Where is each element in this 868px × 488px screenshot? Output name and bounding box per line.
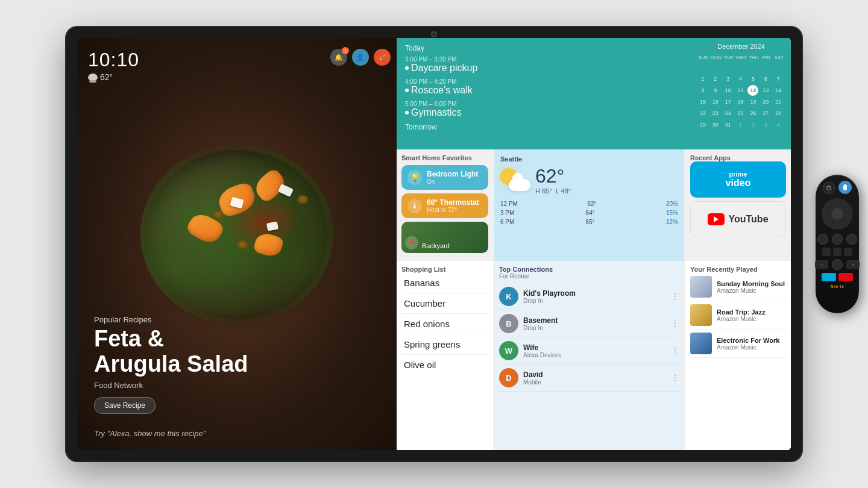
weather-display: 62° [88,72,139,82]
remote-back-row [817,234,857,245]
music-info-soul: Sunday Morning Soul Amazon Music [717,280,786,294]
prime-shortcut-button[interactable] [822,273,836,281]
weather-panel: Seattle 62° H 65° L 48° [494,149,684,261]
connection-menu-wife[interactable]: ⋮ [671,346,679,355]
recently-played-panel: Your Recently Played Sunday Morning Soul… [685,261,791,450]
home-button[interactable] [832,234,843,245]
connection-status-kids: Drop In [523,298,666,304]
mute-button[interactable] [832,259,843,270]
alexa-button[interactable] [838,181,852,194]
prime-video-tile[interactable]: prime video [690,161,786,198]
volume-down-button[interactable]: − [815,260,828,269]
bedroom-light-tile[interactable]: 💡 Bedroom Light On [401,165,488,190]
connections-panel: Top Connections For Robbie K Kid's Playr… [494,261,684,450]
event-name-3: Gymnastics [405,107,683,118]
music-info-jazz: Road Trip: Jazz Amazon Music [717,308,786,322]
media-controls-row [822,248,852,256]
cal-header-sun: SUN [697,54,709,61]
event-item-2[interactable]: 4:00 PM – 4:20 PM Roscoe's walk [405,78,683,96]
tv-camera [431,31,437,37]
shopping-item-cucumber[interactable]: Cucumber [401,293,488,314]
calendar-month-header: December 2024 [697,43,785,50]
forecast-time-2: 3 PM [500,210,514,216]
music-source-jazz: Amazon Music [717,316,786,322]
menu-button[interactable] [846,234,857,245]
thermostat-tile[interactable]: 🌡 68° Thermostat Heat to 72° [401,193,488,218]
event-item-3[interactable]: 5:00 PM – 6:00 PM Gymnastics [405,101,683,118]
profile-icon[interactable]: 👤 [352,49,369,66]
connection-status-wife: Alexa Devices [523,352,666,358]
nav-ring[interactable] [822,198,853,230]
event-name-2: Roscoe's walk [405,85,683,96]
forecast-temp-2: 64° [586,210,595,216]
back-button[interactable] [817,234,828,245]
shopping-item-red-onions[interactable]: Red onions [401,314,488,334]
recipe-background: 10:10 62° 🔔 1 👤 🎉 [77,38,397,450]
calendar-day-grid: SUN MON TUE WED THU FRI SAT [697,54,785,130]
volume-up-button[interactable]: + [846,260,860,269]
shopping-item-spring-greens[interactable]: Spring greens [401,334,488,355]
weather-location: Seattle [500,155,678,163]
smart-home-panel: Smart Home Favorites 💡 Bedroom Light On … [397,149,493,261]
youtube-logo: YouTube [708,213,768,225]
weather-high-low: H 65° L 48° [535,187,571,195]
weather-forecast: 12 PM 62° 20% 3 PM 64° 15% 6 PM 65° [500,199,678,227]
music-title-jazz: Road Trip: Jazz [717,308,786,316]
tv-frame: 10:10 62° 🔔 1 👤 🎉 [66,27,802,461]
thermostat-status: Heat to 72° [427,207,482,213]
backyard-tile[interactable]: 📍 Backyard [401,222,488,253]
connection-menu-kids[interactable]: ⋮ [671,292,679,301]
connection-menu-david[interactable]: ⋮ [671,373,679,383]
event-time-3: 5:00 PM – 6:00 PM [405,101,683,107]
shopping-list-panel: Shopping List Bananas Cucumber Red onion… [397,261,493,450]
notification-icon[interactable]: 🔔 1 [330,49,347,66]
calendar-grid: December 2024 SUN MON TUE WED THU FRI SA… [691,38,791,149]
connection-avatar-kids: K [499,287,518,306]
event-item-1[interactable]: 3:00 PM – 3:30 PM Daycare pickup [405,56,683,74]
connection-kids-playroom[interactable]: K Kid's Playroom Drop In ⋮ [499,283,679,310]
connection-status-david: Mobile [523,379,666,386]
cal-header-tue: TUE [723,54,735,61]
youtube-tile[interactable]: YouTube [690,201,786,237]
recent-apps-panel: Recent Apps prime video YouTube [685,149,791,261]
tv-screen: 10:10 62° 🔔 1 👤 🎉 [77,38,791,450]
prime-video-logo: prime video [726,170,751,189]
netflix-shortcut-button[interactable] [838,273,853,281]
forecast-temp-3: 65° [586,219,595,225]
save-recipe-button[interactable]: Save Recipe [94,397,156,414]
event-name-1: Daycare pickup [405,63,683,74]
event-time-2: 4:00 PM – 4:20 PM [405,78,683,85]
power-button[interactable] [823,182,835,194]
connections-for: For Robbie [499,273,679,280]
party-icon[interactable]: 🎉 [374,49,391,66]
music-title-soul: Sunday Morning Soul [717,280,786,287]
forecast-temp-1: 62° [587,201,596,207]
play-pause-button[interactable] [833,248,841,256]
recipe-category-label: Popular Recipes [94,315,248,324]
rewind-button[interactable] [822,248,831,256]
connection-basement[interactable]: B Basement Drop In ⋮ [499,310,679,337]
time-weather-widget: 10:10 62° [88,49,139,82]
youtube-text: YouTube [728,214,768,225]
connection-avatar-david: D [499,368,518,387]
forecast-time-1: 12 PM [500,201,518,207]
thermostat-temp: 68° Thermostat [427,198,482,207]
forecast-row-2: 3 PM 64° 15% [500,208,678,217]
remote-control: − + fire tv [816,175,859,313]
weather-main: 62° H 65° L 48° [500,165,678,195]
connection-david[interactable]: D David Mobile ⋮ [499,364,679,392]
music-item-soul[interactable]: Sunday Morning Soul Amazon Music [690,273,786,301]
middle-section: Smart Home Favorites 💡 Bedroom Light On … [397,149,791,261]
nav-center-button[interactable] [831,208,843,220]
fast-forward-button[interactable] [844,248,852,256]
connection-avatar-wife: W [499,341,518,360]
shopping-item-bananas[interactable]: Bananas [401,273,488,293]
bulb-icon: 💡 [407,170,422,185]
shopping-item-olive-oil[interactable]: Olive oil [401,355,488,375]
connection-avatar-basement: B [499,314,518,333]
connection-wife[interactable]: W Wife Alexa Devices ⋮ [499,337,679,364]
music-item-jazz[interactable]: Road Trip: Jazz Amazon Music [690,301,786,330]
music-item-electronic[interactable]: Electronic For Work Amazon Music [690,330,786,358]
clock-display: 10:10 [88,49,139,71]
connection-menu-basement[interactable]: ⋮ [671,319,679,328]
